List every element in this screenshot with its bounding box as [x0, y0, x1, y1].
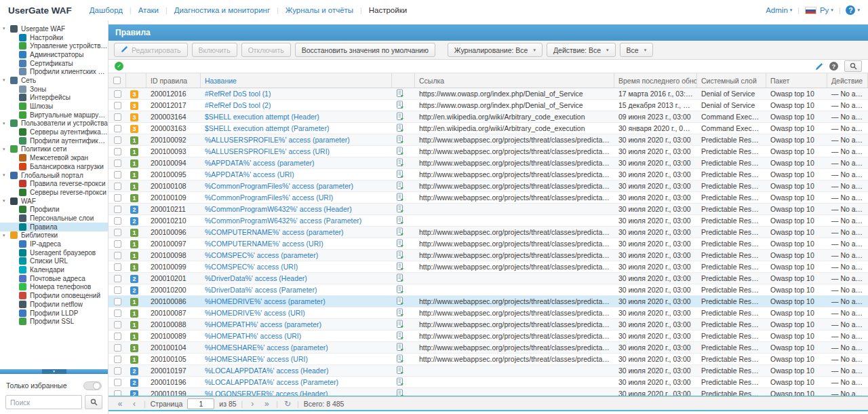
- sidebar-item-waf-rules[interactable]: Правила: [0, 223, 108, 231]
- row-checkbox[interactable]: [114, 309, 121, 317]
- sidebar-item-phone-numbers[interactable]: Номера телефонов: [0, 283, 108, 292]
- rule-name-link[interactable]: %CommonProgramFiles%' access (parameter): [201, 182, 392, 190]
- next-page-button[interactable]: ›: [248, 399, 257, 409]
- table-row[interactable]: 1200100096%COMPUTERNAME%' access (parame…: [108, 227, 868, 238]
- rule-document-icon[interactable]: [396, 356, 404, 364]
- sidebar-item-auth-profiles[interactable]: Профили аутентификац...: [0, 136, 108, 145]
- rule-name-link[interactable]: %COMSPEC%' access (URI): [201, 263, 392, 271]
- nav-item[interactable]: Атаки: [132, 6, 165, 14]
- rule-name-link[interactable]: #RefRef DoS tool (1): [201, 90, 392, 98]
- sidebar-item-zones[interactable]: Зоны: [0, 85, 108, 94]
- table-row[interactable]: 1200100088%HOMEPATH%' access (parameter)…: [108, 319, 868, 331]
- rule-name-link[interactable]: %APPDATA%' access (parameter): [201, 159, 392, 167]
- tree-collapse-icon[interactable]: ▾: [3, 198, 10, 204]
- help-menu[interactable]: ? ▾: [846, 5, 860, 15]
- enable-button[interactable]: Включить: [192, 43, 237, 57]
- sidebar-item-waf-profiles[interactable]: Профили: [0, 205, 108, 214]
- row-checkbox[interactable]: [114, 367, 121, 375]
- rule-document-icon[interactable]: [396, 149, 404, 157]
- table-search-button[interactable]: [844, 60, 862, 72]
- action-filter-dropdown[interactable]: Действие: Все▾: [547, 43, 616, 57]
- rule-document-icon[interactable]: [396, 287, 404, 295]
- sidebar-search-button[interactable]: [85, 395, 102, 409]
- table-row[interactable]: 2200010210%CommonProgramW6432%' access (…: [108, 215, 868, 227]
- rule-document-icon[interactable]: [396, 172, 404, 180]
- tree-collapse-icon[interactable]: ▾: [3, 26, 10, 31]
- language-menu[interactable]: Ру ▾: [805, 6, 833, 14]
- rule-document-icon[interactable]: [396, 102, 404, 111]
- column-header-updated[interactable]: Время последнего обновления: [614, 73, 697, 88]
- sidebar-item-auth-servers[interactable]: Серверы аутентификац...: [0, 128, 108, 136]
- table-row[interactable]: 1200100093%ALLUSERSPROFILE%' access (URI…: [108, 146, 868, 157]
- rule-document-icon[interactable]: [396, 379, 404, 388]
- sidebar-item-reverse-proxy-servers[interactable]: Серверы reverse-прокси: [0, 188, 108, 197]
- column-header-pkg[interactable]: Пакет: [766, 73, 827, 88]
- first-page-button[interactable]: «: [115, 399, 125, 409]
- page-input[interactable]: [187, 398, 214, 409]
- rule-name-link[interactable]: %HOMEDRIVE%' access (parameter): [201, 297, 392, 305]
- rule-name-link[interactable]: %HOMESHARE%' access (parameter): [201, 343, 392, 352]
- sidebar-item-netflow-profiles[interactable]: Профили netflow: [0, 300, 108, 309]
- rule-document-icon[interactable]: [396, 276, 404, 284]
- prev-page-button[interactable]: ‹: [130, 399, 139, 409]
- column-header-name[interactable]: Название: [201, 73, 392, 88]
- rule-document-icon[interactable]: [396, 299, 404, 307]
- sidebar-item-certificates[interactable]: Сертификаты: [0, 59, 108, 68]
- sidebar-item-virtual-routers[interactable]: Виртуальные маршрути...: [0, 111, 108, 119]
- rule-document-icon[interactable]: [396, 241, 404, 249]
- row-checkbox[interactable]: [114, 217, 121, 225]
- table-row[interactable]: 3200003163$SHELL execution attempt (Para…: [108, 123, 868, 134]
- sidebar-search-input[interactable]: [5, 395, 82, 409]
- sidebar-item-useragent-browsers[interactable]: Useragent браузеров: [0, 248, 108, 257]
- rule-name-link[interactable]: %LOCALAPPDATA%' access (Header): [201, 366, 392, 375]
- sidebar-item-users-devices[interactable]: ▾Пользователи и устройства: [0, 119, 108, 128]
- table-row[interactable]: 3200003164$SHELL execution attempt (Head…: [108, 111, 868, 123]
- table-row[interactable]: 2200010200%DriverData%' access (Paramete…: [108, 284, 868, 296]
- sidebar-splitter[interactable]: [0, 369, 108, 374]
- row-checkbox[interactable]: [114, 321, 121, 328]
- row-checkbox[interactable]: [114, 194, 121, 202]
- row-checkbox[interactable]: [114, 263, 121, 271]
- admin-menu[interactable]: Admin ▾: [766, 6, 792, 14]
- table-row[interactable]: 2200010197%LOCALAPPDATA%' access (Header…: [108, 365, 868, 377]
- table-row[interactable]: 1200100105%HOMESHARE%' access (URI)http:…: [108, 354, 868, 365]
- table-row[interactable]: 1200100104%HOMESHARE%' access (parameter…: [108, 342, 868, 354]
- row-checkbox[interactable]: [114, 171, 121, 178]
- table-row[interactable]: 1200100087%HOMEDRIVE%' access (URI)http:…: [108, 307, 868, 319]
- row-checkbox[interactable]: [114, 344, 121, 352]
- rule-name-link[interactable]: %DriverData%' access (Header): [201, 274, 392, 282]
- rule-document-icon[interactable]: [396, 333, 404, 341]
- rule-document-icon[interactable]: [396, 160, 404, 168]
- sidebar-item-device-management[interactable]: Управление устройством: [0, 41, 108, 50]
- row-checkbox[interactable]: [114, 356, 121, 363]
- sidebar-item-administrators[interactable]: Администраторы: [0, 50, 108, 59]
- table-row[interactable]: 1200100089%HOMEPATH%' access (URI)http:/…: [108, 331, 868, 342]
- edit-button[interactable]: Редактировать: [114, 43, 188, 57]
- sidebar-item-libraries[interactable]: ▾Библиотеки: [0, 231, 108, 240]
- rule-document-icon[interactable]: [396, 183, 404, 191]
- edit-pencil-icon[interactable]: [815, 62, 823, 71]
- nav-item[interactable]: Настройки: [362, 6, 414, 14]
- nav-item[interactable]: Дашборд: [83, 6, 130, 14]
- table-row[interactable]: 2200010196%LOCALAPPDATA%' access (Parame…: [108, 377, 868, 388]
- rule-document-icon[interactable]: [396, 310, 404, 318]
- sidebar-item-network[interactable]: ▾Сеть: [0, 76, 108, 85]
- table-row[interactable]: 1200100097%COMPUTERNAME%' access (URI)ht…: [108, 238, 868, 250]
- rule-name-link[interactable]: %COMPUTERNAME%' access (URI): [201, 240, 392, 248]
- row-checkbox[interactable]: [114, 240, 121, 248]
- rule-document-icon[interactable]: [396, 126, 404, 134]
- rule-document-icon[interactable]: [396, 322, 404, 330]
- nav-item[interactable]: Журналы и отчёты: [279, 6, 360, 14]
- sidebar-item-gateways[interactable]: Шлюзы: [0, 102, 108, 111]
- row-checkbox[interactable]: [114, 252, 121, 259]
- sidebar-item-url-lists[interactable]: Списки URL: [0, 257, 108, 266]
- tree-collapse-icon[interactable]: ▾: [3, 147, 10, 152]
- row-checkbox[interactable]: [114, 390, 121, 397]
- sidebar-item-calendars[interactable]: Календари: [0, 265, 108, 274]
- rule-document-icon[interactable]: [396, 114, 404, 122]
- row-checkbox[interactable]: [114, 333, 121, 340]
- row-checkbox[interactable]: [114, 275, 121, 282]
- rule-document-icon[interactable]: [396, 137, 404, 145]
- table-row[interactable]: 2200010201%DriverData%' access (Header)3…: [108, 273, 868, 284]
- rule-name-link[interactable]: %DriverData%' access (Parameter): [201, 286, 392, 294]
